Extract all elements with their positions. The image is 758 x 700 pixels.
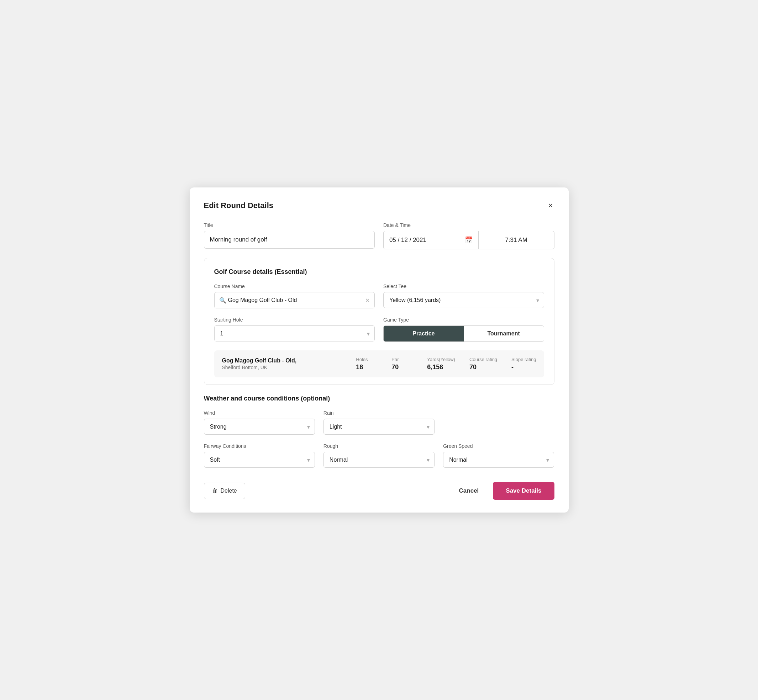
title-datetime-row: Title Date & Time 05 / 12 / 2021 📅 7:31 … (204, 222, 554, 249)
wind-group: Wind CalmLightModerateStrongVery Strong … (204, 410, 315, 434)
course-rating-label: Course rating (469, 357, 497, 362)
green-speed-group: Green Speed SlowNormalFastVery Fast ▾ (443, 443, 554, 468)
conditions-title: Weather and course conditions (optional) (204, 395, 554, 402)
rain-label: Rain (324, 410, 434, 416)
wind-label: Wind (204, 410, 315, 416)
date-value: 05 / 12 / 2021 (389, 236, 426, 244)
datetime-label: Date & Time (383, 222, 554, 228)
title-label: Title (204, 222, 375, 228)
cancel-button[interactable]: Cancel (453, 483, 485, 499)
starting-hole-label: Starting Hole (214, 317, 375, 323)
course-name-display: Gog Magog Golf Club - Old, (222, 358, 342, 364)
practice-button[interactable]: Practice (384, 326, 464, 341)
tee-select[interactable]: Yellow (6,156 yards) (383, 292, 544, 308)
hole-select-wrapper: 1 ▾ (214, 325, 375, 341)
course-name-group: Course Name 🔍 ✕ (214, 283, 375, 308)
course-info-box: Gog Magog Golf Club - Old, Shelford Bott… (214, 350, 544, 377)
close-button[interactable]: × (547, 200, 554, 211)
course-location: Shelford Bottom, UK (222, 364, 342, 370)
rough-label: Rough (324, 443, 434, 449)
rough-group: Rough NormalLongThick ▾ (324, 443, 434, 468)
green-speed-select-wrapper: SlowNormalFastVery Fast ▾ (443, 452, 554, 468)
par-label: Par (392, 357, 399, 362)
modal-title: Edit Round Details (204, 201, 274, 210)
delete-label: Delete (221, 488, 237, 494)
wind-rain-row: Wind CalmLightModerateStrongVery Strong … (204, 410, 554, 434)
time-field[interactable]: 7:31 AM (479, 231, 554, 249)
course-tee-row: Course Name 🔍 ✕ Select Tee Yellow (6,156… (214, 283, 544, 308)
footer-row: 🗑 Delete Cancel Save Details (204, 476, 554, 500)
modal-header: Edit Round Details × (204, 200, 554, 211)
yards-label: Yards(Yellow) (427, 357, 455, 362)
par-stat: Par 70 (392, 357, 413, 371)
game-type-label: Game Type (383, 317, 544, 323)
wind-select-wrapper: CalmLightModerateStrongVery Strong ▾ (204, 419, 315, 434)
trash-icon: 🗑 (212, 488, 218, 494)
edit-round-modal: Edit Round Details × Title Date & Time 0… (190, 188, 568, 512)
delete-button[interactable]: 🗑 Delete (204, 483, 245, 499)
select-tee-group: Select Tee Yellow (6,156 yards) ▾ (383, 283, 544, 308)
green-speed-label: Green Speed (443, 443, 554, 449)
par-value: 70 (392, 364, 399, 371)
rain-select[interactable]: NoneLightModerateHeavy (324, 419, 434, 434)
course-rating-value: 70 (469, 364, 476, 371)
wind-select[interactable]: CalmLightModerateStrongVery Strong (204, 419, 315, 434)
datetime-group: Date & Time 05 / 12 / 2021 📅 7:31 AM (383, 222, 554, 249)
calendar-icon: 📅 (465, 236, 473, 244)
game-type-toggle: Practice Tournament (383, 325, 544, 342)
course-info-name: Gog Magog Golf Club - Old, Shelford Bott… (222, 358, 342, 370)
time-value: 7:31 AM (505, 236, 527, 244)
starting-hole-group: Starting Hole 1 ▾ (214, 317, 375, 342)
rough-select[interactable]: NormalLongThick (324, 452, 434, 468)
course-search-wrapper: 🔍 ✕ (214, 292, 375, 308)
fairway-select-wrapper: SoftNormalHardFirm ▾ (204, 452, 315, 468)
yards-stat: Yards(Yellow) 6,156 (427, 357, 455, 371)
tournament-button[interactable]: Tournament (464, 326, 544, 341)
title-group: Title (204, 222, 375, 249)
slope-rating-value: - (511, 364, 514, 371)
hole-select[interactable]: 1 (214, 325, 375, 341)
fairway-select[interactable]: SoftNormalHardFirm (204, 452, 315, 468)
fairway-group: Fairway Conditions SoftNormalHardFirm ▾ (204, 443, 315, 468)
course-name-input[interactable] (214, 292, 375, 308)
fairway-label: Fairway Conditions (204, 443, 315, 449)
hole-gametype-row: Starting Hole 1 ▾ Game Type Practice Tou… (214, 317, 544, 342)
course-rating-stat: Course rating 70 (469, 357, 497, 371)
yards-value: 6,156 (427, 364, 443, 371)
holes-stat: Holes 18 (356, 357, 377, 371)
holes-label: Holes (356, 357, 368, 362)
save-button[interactable]: Save Details (493, 482, 554, 500)
rain-group: Rain NoneLightModerateHeavy ▾ (324, 410, 434, 434)
green-speed-select[interactable]: SlowNormalFastVery Fast (443, 452, 554, 468)
fairway-rough-green-row: Fairway Conditions SoftNormalHardFirm ▾ … (204, 443, 554, 468)
slope-rating-stat: Slope rating - (511, 357, 536, 371)
search-icon: 🔍 (219, 297, 226, 304)
holes-value: 18 (356, 364, 363, 371)
date-field[interactable]: 05 / 12 / 2021 📅 (383, 231, 479, 249)
golf-course-section: Golf Course details (Essential) Course N… (204, 258, 554, 385)
footer-right: Cancel Save Details (453, 482, 554, 500)
conditions-section: Weather and course conditions (optional)… (204, 395, 554, 468)
title-input[interactable] (204, 231, 375, 248)
course-name-label: Course Name (214, 283, 375, 289)
tee-select-wrapper: Yellow (6,156 yards) ▾ (383, 292, 544, 308)
clear-icon[interactable]: ✕ (365, 297, 370, 304)
golf-section-title: Golf Course details (Essential) (214, 268, 544, 276)
slope-rating-label: Slope rating (511, 357, 536, 362)
rough-select-wrapper: NormalLongThick ▾ (324, 452, 434, 468)
select-tee-label: Select Tee (383, 283, 544, 289)
rain-select-wrapper: NoneLightModerateHeavy ▾ (324, 419, 434, 434)
game-type-group: Game Type Practice Tournament (383, 317, 544, 342)
date-time-wrapper: 05 / 12 / 2021 📅 7:31 AM (383, 231, 554, 249)
